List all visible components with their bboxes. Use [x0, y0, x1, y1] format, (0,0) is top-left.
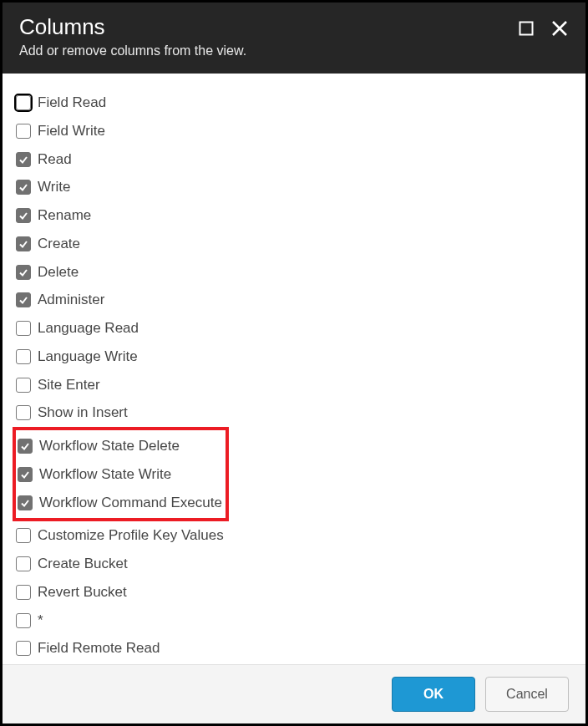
checkbox[interactable] — [16, 236, 31, 251]
column-option[interactable]: Language Write — [16, 343, 572, 371]
checkbox[interactable] — [18, 467, 33, 482]
option-label: Rename — [38, 203, 91, 228]
option-label: Revert Bucket — [38, 580, 127, 605]
highlight-annotation: Workflow State DeleteWorkflow State Writ… — [13, 427, 229, 521]
column-option[interactable]: Write — [16, 173, 572, 201]
check-icon — [18, 155, 28, 165]
check-icon — [20, 441, 30, 451]
column-option[interactable]: Field Read — [16, 89, 572, 117]
checkbox[interactable] — [16, 378, 31, 393]
checkbox[interactable] — [16, 641, 31, 656]
column-option[interactable]: Field Write — [16, 117, 572, 145]
checkbox[interactable] — [16, 528, 31, 543]
checkbox[interactable] — [16, 405, 31, 420]
column-option[interactable]: Administer — [16, 286, 572, 314]
checkbox[interactable] — [16, 95, 31, 110]
option-label: Delete — [38, 260, 79, 285]
option-label: Field Write — [38, 119, 105, 144]
option-label: Language Write — [38, 344, 138, 369]
option-label: Site Enter — [38, 373, 100, 398]
column-option[interactable]: Language Read — [16, 314, 572, 343]
checkbox[interactable] — [16, 613, 31, 628]
column-option[interactable]: Show in Insert — [16, 399, 572, 427]
check-icon — [20, 470, 30, 480]
checkbox[interactable] — [16, 292, 31, 307]
dialog-subtitle: Add or remove columns from the view. — [19, 43, 246, 58]
check-icon — [18, 267, 28, 277]
column-option[interactable]: Rename — [16, 201, 572, 230]
header-text: Columns Add or remove columns from the v… — [19, 14, 246, 58]
checkbox[interactable] — [16, 152, 31, 167]
column-option[interactable]: Delete — [16, 258, 572, 287]
column-option[interactable]: Customize Profile Key Values — [16, 521, 572, 550]
columns-dialog: Columns Add or remove columns from the v… — [0, 0, 588, 726]
check-icon — [18, 295, 28, 305]
option-label: Workflow State Delete — [39, 434, 180, 459]
header-icons — [519, 14, 569, 38]
column-option[interactable]: * — [16, 607, 572, 635]
checkbox[interactable] — [18, 439, 33, 454]
checkbox[interactable] — [16, 124, 31, 139]
checkbox[interactable] — [16, 208, 31, 223]
option-label: Create — [38, 231, 80, 256]
option-label: Write — [38, 175, 70, 200]
dialog-footer: OK Cancel — [3, 664, 585, 723]
checkbox[interactable] — [16, 321, 31, 336]
column-option[interactable]: Workflow State Write — [18, 460, 222, 489]
dialog-title: Columns — [19, 14, 246, 40]
dialog-header: Columns Add or remove columns from the v… — [3, 3, 585, 74]
checkbox[interactable] — [16, 585, 31, 600]
option-label: Create Bucket — [38, 551, 128, 576]
option-label: Show in Insert — [38, 400, 128, 425]
check-icon — [20, 498, 30, 508]
option-label: Customize Profile Key Values — [38, 523, 224, 548]
checkbox[interactable] — [16, 265, 31, 280]
column-option[interactable]: Workflow State Delete — [18, 432, 222, 460]
column-option[interactable]: Create Bucket — [16, 550, 572, 578]
cancel-button[interactable]: Cancel — [485, 677, 569, 712]
checkbox[interactable] — [16, 180, 31, 195]
option-label: Workflow State Write — [39, 462, 171, 487]
option-label: Administer — [38, 287, 104, 312]
svg-rect-0 — [520, 23, 533, 35]
option-label: Field Read — [38, 90, 106, 115]
column-option[interactable]: Site Enter — [16, 371, 572, 399]
maximize-button[interactable] — [519, 21, 534, 36]
ok-button[interactable]: OK — [392, 677, 475, 712]
column-option[interactable]: Workflow Command Execute — [18, 489, 222, 517]
dialog-body: Field ReadField WriteReadWriteRenameCrea… — [3, 74, 585, 664]
column-option[interactable]: Create — [16, 230, 572, 258]
checkbox[interactable] — [16, 556, 31, 571]
close-button[interactable] — [550, 19, 569, 38]
check-icon — [18, 182, 28, 192]
maximize-icon — [519, 21, 534, 36]
option-label: Read — [38, 147, 72, 172]
checkbox[interactable] — [18, 495, 33, 510]
close-icon — [550, 19, 569, 38]
column-option[interactable]: Read — [16, 145, 572, 174]
option-label: * — [38, 608, 43, 633]
checkbox[interactable] — [16, 349, 31, 364]
check-icon — [18, 211, 28, 221]
option-label: Language Read — [38, 316, 139, 341]
column-option[interactable]: Field Remote Read — [16, 634, 572, 663]
option-label: Field Remote Read — [38, 636, 160, 661]
option-label: Workflow Command Execute — [39, 490, 222, 515]
check-icon — [18, 239, 28, 249]
column-option[interactable]: Revert Bucket — [16, 578, 572, 607]
